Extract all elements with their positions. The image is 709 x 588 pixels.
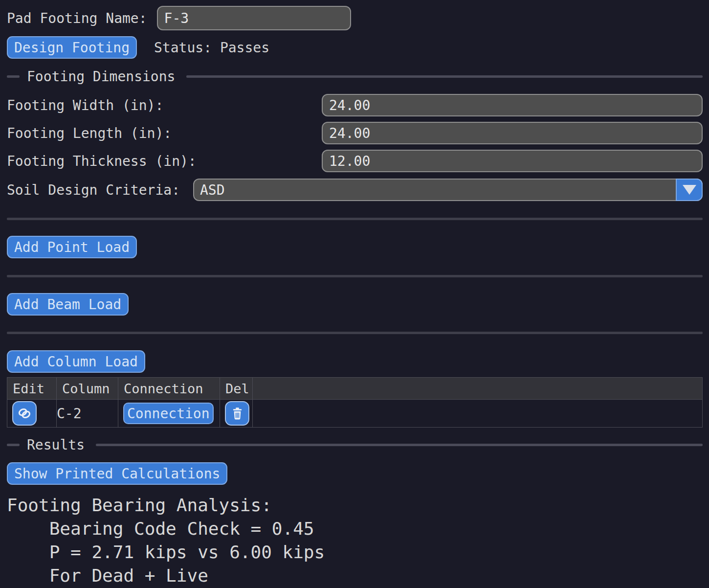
status-text: Status: Passes [154, 40, 269, 56]
results-line: Footing Bearing Analysis: [7, 494, 703, 517]
show-printed-calculations-button[interactable]: Show Printed Calculations [7, 462, 227, 485]
footing-width-row: Footing Width (in): [7, 94, 703, 116]
footing-dimensions-section-header: Footing Dimensions [7, 68, 703, 85]
delete-button[interactable] [225, 401, 249, 426]
results-line: Bearing Code Check = 0.45 [7, 517, 703, 541]
header-connection: Connection [118, 378, 220, 400]
section-line [186, 75, 703, 78]
footing-width-label: Footing Width (in): [7, 97, 322, 113]
separator [7, 332, 703, 334]
results-line: For Dead + Live [7, 564, 703, 588]
dropdown-arrow-button[interactable] [676, 179, 703, 201]
edit-link-button[interactable] [12, 401, 37, 426]
footing-width-input[interactable] [322, 94, 703, 116]
soil-design-criteria-value: ASD [194, 182, 225, 198]
del-cell [220, 400, 253, 428]
table-header-row: Edit Column Connection Del [7, 378, 703, 400]
footing-dimensions-title: Footing Dimensions [27, 68, 175, 85]
edit-cell [7, 400, 57, 428]
results-title: Results [27, 437, 85, 453]
row-spacer-cell [253, 400, 703, 428]
results-line: P = 2.71 kips vs 6.00 kips [7, 541, 703, 564]
soil-design-criteria-row: Soil Design Criteria: ASD [7, 179, 703, 201]
pad-footing-name-input[interactable] [157, 6, 351, 30]
pad-footing-name-label: Pad Footing Name: [7, 10, 147, 26]
header-column: Column [57, 378, 118, 400]
connection-button[interactable]: Connection [123, 403, 214, 424]
add-column-load-button[interactable]: Add Column Load [7, 350, 145, 373]
results-section-header: Results [7, 436, 703, 453]
section-dash [7, 444, 20, 446]
section-dash [7, 75, 20, 78]
link-icon [17, 406, 32, 421]
footing-thickness-input[interactable] [322, 150, 703, 172]
add-point-load-button[interactable]: Add Point Load [7, 236, 137, 258]
footing-length-input[interactable] [322, 122, 703, 144]
footing-thickness-label: Footing Thickness (in): [7, 153, 322, 169]
add-column-load-row: Add Column Load [7, 350, 703, 373]
header-edit: Edit [7, 378, 57, 400]
section-line [96, 444, 703, 446]
pad-footing-name-row: Pad Footing Name: [7, 6, 703, 30]
soil-design-criteria-label: Soil Design Criteria: [7, 182, 193, 198]
dimension-fields: Footing Width (in): Footing Length (in):… [7, 94, 703, 172]
footing-thickness-row: Footing Thickness (in): [7, 150, 703, 172]
header-spacer [253, 378, 703, 400]
header-del: Del [220, 378, 253, 400]
add-beam-load-button[interactable]: Add Beam Load [7, 293, 129, 316]
add-point-load-row: Add Point Load [7, 236, 703, 258]
column-cell: C-2 [57, 400, 118, 428]
results-text-block: Footing Bearing Analysis: Bearing Code C… [7, 494, 703, 588]
footing-length-row: Footing Length (in): [7, 122, 703, 144]
trash-icon [231, 407, 244, 421]
chevron-down-icon [683, 185, 696, 195]
separator [7, 218, 703, 220]
add-beam-load-row: Add Beam Load [7, 293, 703, 316]
table-row: C-2 Connection [7, 400, 703, 428]
column-load-table: Edit Column Connection Del C-2 [7, 377, 703, 428]
design-row: Design Footing Status: Passes [7, 36, 703, 59]
show-calcs-row: Show Printed Calculations [7, 462, 703, 485]
soil-design-criteria-dropdown[interactable]: ASD [193, 179, 703, 201]
separator [7, 275, 703, 277]
connection-cell: Connection [118, 400, 220, 428]
design-footing-button[interactable]: Design Footing [7, 36, 137, 59]
footing-length-label: Footing Length (in): [7, 125, 322, 141]
